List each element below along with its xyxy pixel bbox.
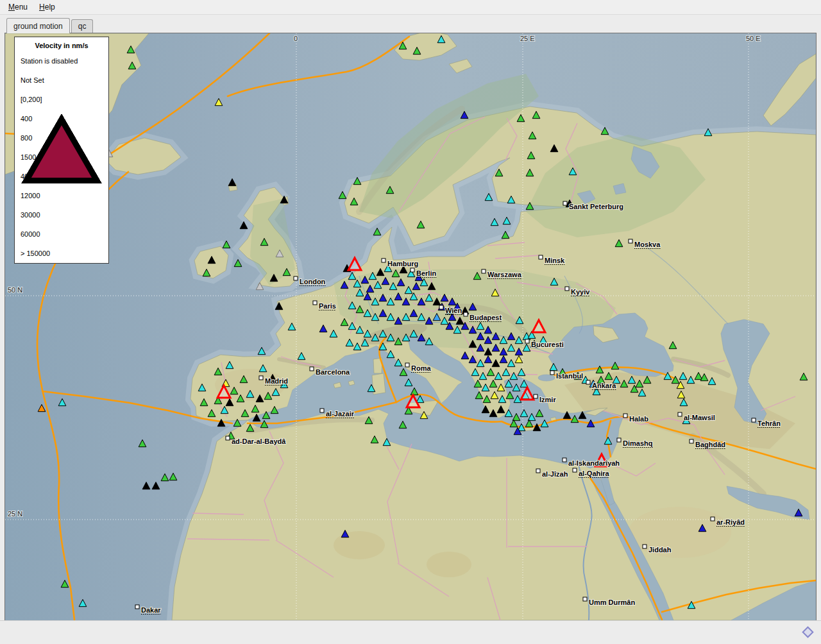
menu-button[interactable]: Menu (3, 1, 33, 13)
city-label: Roma (411, 364, 431, 372)
city-marker (382, 258, 385, 262)
city-marker (678, 412, 682, 416)
city-label: Wien (445, 307, 462, 314)
city-marker (534, 394, 537, 398)
grid-label: 0 (294, 35, 298, 42)
legend-item: > 150000 (15, 244, 108, 263)
city-marker (690, 439, 693, 443)
legend-panel: Velocity in nm/s Station is disabledNot … (14, 37, 109, 264)
city-marker (586, 380, 590, 384)
city-label: Hamburg (387, 260, 418, 267)
legend-items: Station is disabledNot Set[0,200]4008001… (15, 51, 108, 263)
city-marker (310, 367, 314, 371)
city-marker (439, 305, 443, 309)
city-marker (573, 468, 577, 472)
city-label: ad-Dar-al-Baydâ (232, 437, 286, 445)
city-label: Minsk (545, 257, 565, 264)
city-label: ar-Riyâd (716, 518, 745, 526)
city-label: Sankt Peterburg (569, 203, 623, 210)
city-marker (410, 268, 414, 272)
city-marker (563, 201, 567, 205)
city-label: al-Mawsil (684, 414, 715, 421)
city-marker (711, 517, 715, 521)
city-marker (583, 597, 587, 601)
help-button[interactable]: Help (33, 1, 61, 13)
city-label: Kyyiv (571, 288, 590, 296)
map-navigation-icon[interactable] (802, 626, 813, 638)
city-label: Paris (319, 302, 336, 310)
grid-label: 25 N (8, 510, 22, 518)
city-marker (525, 339, 529, 343)
city-marker (226, 436, 230, 440)
city-label: Budapest (470, 314, 502, 321)
city-label: Bucuresti (531, 341, 564, 348)
city-label: Dimashq (623, 439, 652, 447)
city-marker (313, 301, 317, 305)
menu-bar: Menu Help (0, 0, 821, 15)
city-label: Moskva (634, 241, 661, 248)
city-label: al-Jazair (326, 410, 355, 418)
city-marker (629, 239, 632, 243)
status-bar (0, 620, 821, 644)
city-marker (135, 605, 139, 609)
city-label: Barcelona (316, 368, 350, 376)
map-view[interactable]: 025 E50 E50 N25 N LondonParisMadridBarce… (5, 33, 816, 620)
city-marker (405, 363, 409, 367)
city-label: al-Qahira (579, 470, 610, 477)
city-label: Halab (629, 415, 648, 423)
city-marker (294, 276, 298, 280)
city-label: al-Iskandarîyah (568, 459, 620, 467)
city-marker (539, 255, 543, 259)
legend-triangle-icon (15, 37, 108, 263)
city-label: Baghdâd (695, 441, 725, 448)
city-marker (482, 269, 486, 273)
grid-label: 50 E (746, 35, 761, 42)
city-marker (320, 409, 324, 412)
tab-bar: ground motion qc (6, 19, 94, 33)
city-marker (623, 414, 627, 418)
city-marker (259, 376, 263, 380)
city-marker (536, 469, 540, 473)
city-label: Berlin (416, 269, 436, 277)
city-label: Dakar (141, 606, 161, 614)
tab-qc[interactable]: qc (71, 19, 94, 33)
city-label: Ankara (592, 382, 616, 389)
tab-ground-motion[interactable]: ground motion (6, 18, 70, 33)
map-canvas[interactable]: 025 E50 E50 N25 N LondonParisMadridBarce… (5, 33, 816, 620)
city-label: Madrid (265, 377, 288, 385)
city-label: Izmir (539, 396, 556, 403)
city-marker (752, 418, 756, 422)
city-label: al-Jîzah (542, 470, 568, 478)
grid-label: 25 E (520, 35, 535, 42)
city-label: Jiddah (648, 546, 672, 554)
city-label: Umm Durmân (589, 598, 635, 606)
city-label: Istanbul (556, 372, 583, 380)
city-marker (563, 458, 566, 462)
city-label: Tehrân (758, 419, 781, 427)
city-marker (643, 545, 647, 548)
city-marker (617, 438, 621, 442)
app-window: Menu Help ground motion qc (0, 0, 821, 644)
city-label: London (300, 278, 326, 285)
grid-label: 50 N (8, 286, 22, 294)
city-label: Warszawa (487, 271, 522, 278)
city-marker (464, 312, 468, 316)
city-marker (550, 371, 554, 375)
city-marker (565, 287, 569, 291)
